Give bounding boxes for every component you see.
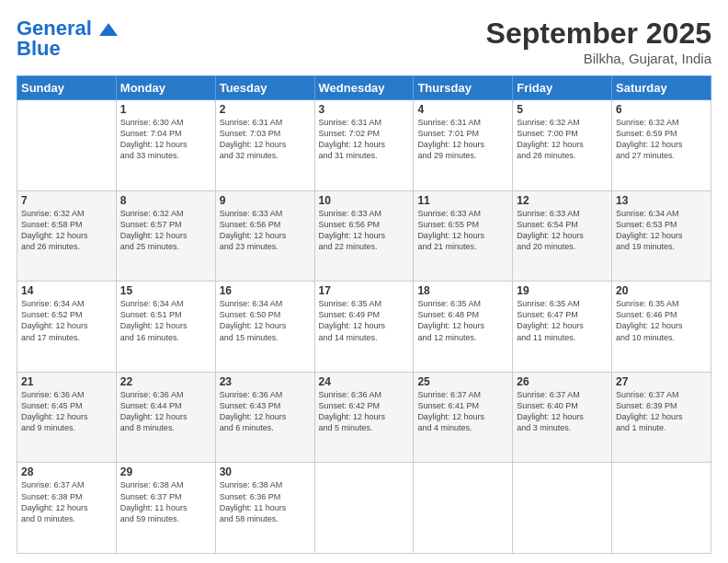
- day-number: 14: [21, 284, 112, 297]
- day-info: Sunrise: 6:34 AM Sunset: 6:51 PM Dayligh…: [120, 298, 211, 343]
- day-info: Sunrise: 6:37 AM Sunset: 6:38 PM Dayligh…: [21, 479, 112, 524]
- calendar-cell: 29Sunrise: 6:38 AM Sunset: 6:37 PM Dayli…: [116, 463, 215, 554]
- calendar-cell: 22Sunrise: 6:36 AM Sunset: 6:44 PM Dayli…: [116, 372, 215, 463]
- day-number: 22: [120, 375, 211, 388]
- calendar-cell: 6Sunrise: 6:32 AM Sunset: 6:59 PM Daylig…: [612, 100, 711, 191]
- day-number: 4: [417, 103, 508, 116]
- month-title: September 2025: [486, 17, 711, 51]
- calendar-cell: 25Sunrise: 6:37 AM Sunset: 6:41 PM Dayli…: [414, 372, 513, 463]
- calendar-cell: 18Sunrise: 6:35 AM Sunset: 6:48 PM Dayli…: [414, 282, 513, 373]
- day-info: Sunrise: 6:38 AM Sunset: 6:37 PM Dayligh…: [120, 479, 211, 524]
- calendar-cell: 26Sunrise: 6:37 AM Sunset: 6:40 PM Dayli…: [513, 372, 612, 463]
- calendar-table: SundayMondayTuesdayWednesdayThursdayFrid…: [17, 75, 711, 554]
- location: Bilkha, Gujarat, India: [486, 51, 711, 66]
- day-number: 21: [21, 375, 112, 388]
- calendar-cell: [612, 463, 711, 554]
- day-number: 25: [417, 375, 508, 388]
- page: General Blue September 2025 Bilkha, Guja…: [0, 0, 728, 563]
- day-number: 10: [319, 194, 410, 207]
- calendar-cell: 5Sunrise: 6:32 AM Sunset: 7:00 PM Daylig…: [513, 100, 612, 191]
- day-header-friday: Friday: [513, 76, 612, 100]
- day-number: 2: [220, 103, 311, 116]
- logo: General Blue: [17, 17, 118, 61]
- calendar-cell: 27Sunrise: 6:37 AM Sunset: 6:39 PM Dayli…: [612, 372, 711, 463]
- day-number: 1: [120, 103, 211, 116]
- day-number: 20: [616, 284, 707, 297]
- calendar-cell: 16Sunrise: 6:34 AM Sunset: 6:50 PM Dayli…: [215, 282, 314, 373]
- calendar-cell: 23Sunrise: 6:36 AM Sunset: 6:43 PM Dayli…: [215, 372, 314, 463]
- calendar-cell: 1Sunrise: 6:30 AM Sunset: 7:04 PM Daylig…: [116, 100, 215, 191]
- logo-icon: [99, 23, 118, 36]
- calendar-week-5: 28Sunrise: 6:37 AM Sunset: 6:38 PM Dayli…: [17, 463, 711, 554]
- day-number: 18: [417, 284, 508, 297]
- day-number: 24: [319, 375, 410, 388]
- day-info: Sunrise: 6:34 AM Sunset: 6:53 PM Dayligh…: [616, 208, 707, 253]
- day-info: Sunrise: 6:32 AM Sunset: 6:58 PM Dayligh…: [21, 208, 112, 253]
- calendar-cell: 13Sunrise: 6:34 AM Sunset: 6:53 PM Dayli…: [612, 190, 711, 282]
- day-number: 16: [220, 284, 311, 297]
- day-info: Sunrise: 6:32 AM Sunset: 7:00 PM Dayligh…: [517, 117, 608, 162]
- calendar-cell: [314, 463, 414, 554]
- day-info: Sunrise: 6:35 AM Sunset: 6:47 PM Dayligh…: [517, 298, 608, 343]
- day-header-wednesday: Wednesday: [314, 76, 414, 100]
- day-header-saturday: Saturday: [612, 76, 711, 100]
- calendar-cell: [414, 463, 513, 554]
- calendar-cell: 8Sunrise: 6:32 AM Sunset: 6:57 PM Daylig…: [116, 190, 215, 282]
- day-header-tuesday: Tuesday: [215, 76, 314, 100]
- calendar-cell: 21Sunrise: 6:36 AM Sunset: 6:45 PM Dayli…: [17, 372, 117, 463]
- day-header-sunday: Sunday: [17, 76, 117, 100]
- day-info: Sunrise: 6:36 AM Sunset: 6:43 PM Dayligh…: [220, 389, 311, 434]
- calendar-cell: 17Sunrise: 6:35 AM Sunset: 6:49 PM Dayli…: [314, 282, 414, 373]
- calendar-week-3: 14Sunrise: 6:34 AM Sunset: 6:52 PM Dayli…: [17, 282, 711, 373]
- day-header-thursday: Thursday: [414, 76, 513, 100]
- day-info: Sunrise: 6:38 AM Sunset: 6:36 PM Dayligh…: [220, 479, 311, 524]
- calendar-week-1: 1Sunrise: 6:30 AM Sunset: 7:04 PM Daylig…: [17, 100, 711, 191]
- day-number: 11: [417, 194, 508, 207]
- day-number: 28: [21, 465, 112, 478]
- header: General Blue September 2025 Bilkha, Guja…: [17, 17, 711, 66]
- calendar-cell: 10Sunrise: 6:33 AM Sunset: 6:56 PM Dayli…: [314, 190, 414, 282]
- calendar-header-row: SundayMondayTuesdayWednesdayThursdayFrid…: [17, 76, 711, 100]
- calendar-cell: 15Sunrise: 6:34 AM Sunset: 6:51 PM Dayli…: [116, 282, 215, 373]
- calendar-cell: 20Sunrise: 6:35 AM Sunset: 6:46 PM Dayli…: [612, 282, 711, 373]
- day-number: 15: [120, 284, 211, 297]
- day-info: Sunrise: 6:33 AM Sunset: 6:56 PM Dayligh…: [220, 208, 311, 253]
- day-info: Sunrise: 6:37 AM Sunset: 6:39 PM Dayligh…: [616, 389, 707, 434]
- day-info: Sunrise: 6:35 AM Sunset: 6:49 PM Dayligh…: [319, 298, 410, 343]
- day-info: Sunrise: 6:35 AM Sunset: 6:46 PM Dayligh…: [616, 298, 707, 343]
- day-number: 7: [21, 194, 112, 207]
- calendar-cell: 9Sunrise: 6:33 AM Sunset: 6:56 PM Daylig…: [215, 190, 314, 282]
- logo-blue: Blue: [17, 37, 61, 61]
- calendar-cell: 2Sunrise: 6:31 AM Sunset: 7:03 PM Daylig…: [215, 100, 314, 191]
- day-number: 30: [220, 465, 311, 478]
- day-info: Sunrise: 6:33 AM Sunset: 6:56 PM Dayligh…: [319, 208, 410, 253]
- day-info: Sunrise: 6:31 AM Sunset: 7:03 PM Dayligh…: [220, 117, 311, 162]
- calendar-cell: [17, 100, 117, 191]
- day-number: 27: [616, 375, 707, 388]
- day-number: 3: [319, 103, 410, 116]
- svg-marker-0: [99, 23, 118, 36]
- day-info: Sunrise: 6:37 AM Sunset: 6:40 PM Dayligh…: [517, 389, 608, 434]
- day-number: 23: [220, 375, 311, 388]
- day-info: Sunrise: 6:37 AM Sunset: 6:41 PM Dayligh…: [417, 389, 508, 434]
- day-number: 12: [517, 194, 608, 207]
- day-info: Sunrise: 6:36 AM Sunset: 6:45 PM Dayligh…: [21, 389, 112, 434]
- day-info: Sunrise: 6:32 AM Sunset: 6:59 PM Dayligh…: [616, 117, 707, 162]
- calendar-cell: 24Sunrise: 6:36 AM Sunset: 6:42 PM Dayli…: [314, 372, 414, 463]
- title-block: September 2025 Bilkha, Gujarat, India: [486, 17, 711, 66]
- day-number: 6: [616, 103, 707, 116]
- day-number: 13: [616, 194, 707, 207]
- day-info: Sunrise: 6:36 AM Sunset: 6:42 PM Dayligh…: [319, 389, 410, 434]
- calendar-cell: 19Sunrise: 6:35 AM Sunset: 6:47 PM Dayli…: [513, 282, 612, 373]
- calendar-week-2: 7Sunrise: 6:32 AM Sunset: 6:58 PM Daylig…: [17, 190, 711, 282]
- calendar-cell: 14Sunrise: 6:34 AM Sunset: 6:52 PM Dayli…: [17, 282, 117, 373]
- day-info: Sunrise: 6:33 AM Sunset: 6:55 PM Dayligh…: [417, 208, 508, 253]
- day-info: Sunrise: 6:31 AM Sunset: 7:01 PM Dayligh…: [417, 117, 508, 162]
- day-info: Sunrise: 6:32 AM Sunset: 6:57 PM Dayligh…: [120, 208, 211, 253]
- day-number: 9: [220, 194, 311, 207]
- day-info: Sunrise: 6:30 AM Sunset: 7:04 PM Dayligh…: [120, 117, 211, 162]
- day-info: Sunrise: 6:34 AM Sunset: 6:50 PM Dayligh…: [220, 298, 311, 343]
- day-number: 17: [319, 284, 410, 297]
- day-number: 8: [120, 194, 211, 207]
- day-number: 29: [120, 465, 211, 478]
